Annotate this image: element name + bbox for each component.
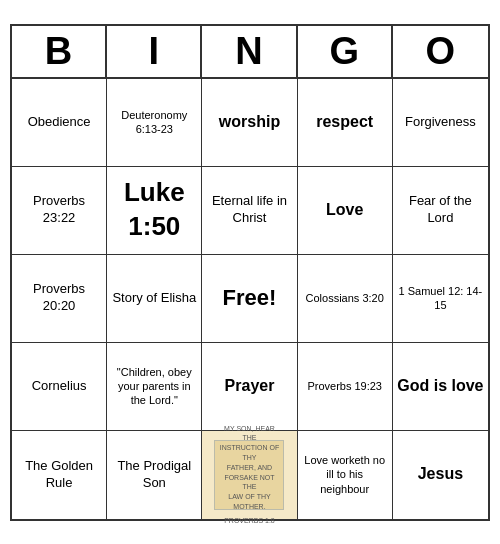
bingo-card: B I N G O Obedience Deuteronomy 6:13-23 … [10, 24, 490, 521]
bingo-header: B I N G O [12, 26, 488, 79]
letter-n: N [202, 26, 297, 77]
letter-b: B [12, 26, 107, 77]
proverbs-image: MY SON, HEAR THE INSTRUCTION OF THY FATH… [214, 440, 284, 510]
letter-i: I [107, 26, 202, 77]
cell-21: The Prodigal Son [107, 431, 202, 519]
cell-24: Jesus [393, 431, 488, 519]
bingo-grid: Obedience Deuteronomy 6:13-23 worship re… [12, 79, 488, 519]
letter-o: O [393, 26, 488, 77]
cell-17: Prayer [202, 343, 297, 431]
cell-16: "Children, obey your parents in the Lord… [107, 343, 202, 431]
cell-0: Obedience [12, 79, 107, 167]
cell-2: worship [202, 79, 297, 167]
cell-image: MY SON, HEAR THE INSTRUCTION OF THY FATH… [202, 431, 297, 519]
cell-6: Luke 1:50 [107, 167, 202, 255]
cell-free: Free! [202, 255, 297, 343]
cell-9: Fear of the Lord [393, 167, 488, 255]
cell-5: Proverbs 23:22 [12, 167, 107, 255]
cell-23: Love worketh no ill to his neighbour [298, 431, 393, 519]
cell-18: Proverbs 19:23 [298, 343, 393, 431]
cell-15: Cornelius [12, 343, 107, 431]
cell-20: The Golden Rule [12, 431, 107, 519]
cell-1: Deuteronomy 6:13-23 [107, 79, 202, 167]
cell-4: Forgiveness [393, 79, 488, 167]
cell-11: Story of Elisha [107, 255, 202, 343]
cell-14: 1 Samuel 12: 14-15 [393, 255, 488, 343]
cell-8: Love [298, 167, 393, 255]
cell-3: respect [298, 79, 393, 167]
letter-g: G [298, 26, 393, 77]
cell-7: Eternal life in Christ [202, 167, 297, 255]
cell-19: God is love [393, 343, 488, 431]
cell-10: Proverbs 20:20 [12, 255, 107, 343]
cell-13: Colossians 3:20 [298, 255, 393, 343]
